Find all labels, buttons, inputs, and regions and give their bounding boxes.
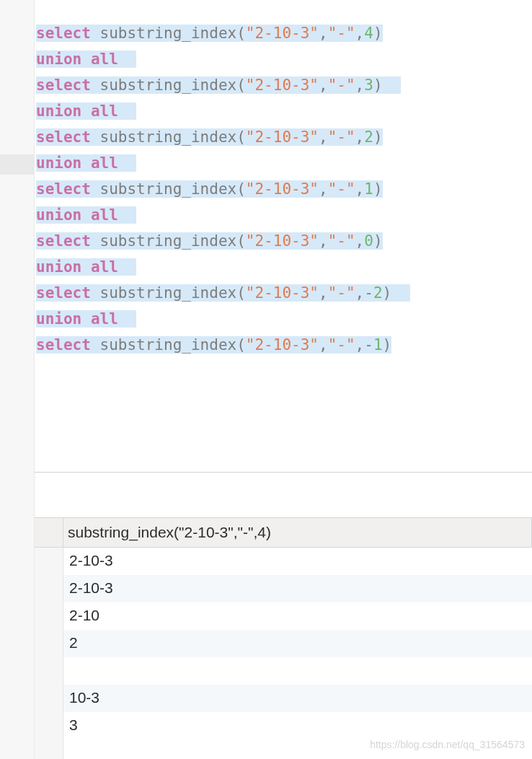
token-str: "-" — [328, 76, 355, 94]
token — [81, 102, 91, 120]
token-fn: substring_index — [100, 336, 237, 354]
code-line[interactable]: select substring_index("2-10-3","-",1) — [36, 176, 532, 202]
token-kw: union — [36, 310, 81, 328]
result-row[interactable]: 2 — [63, 630, 532, 657]
result-row[interactable]: 2-10-3 — [63, 575, 532, 602]
token — [118, 51, 136, 68]
token-paren: ) — [373, 232, 383, 250]
token-kw: union — [36, 206, 81, 224]
token-op: , — [319, 76, 328, 94]
code-line[interactable]: select substring_index("2-10-3","-",4) — [36, 20, 532, 46]
token-paren: ( — [236, 25, 246, 42]
editor-bottom-gap — [35, 358, 532, 472]
token-paren: ( — [236, 336, 246, 354]
results-pane: substring_index("2-10-3","-",4) 2-10-32-… — [35, 517, 532, 759]
code-line[interactable]: union all — [36, 150, 532, 176]
sql-editor[interactable]: select substring_index("2-10-3","-",4)un… — [35, 0, 532, 358]
results-rows: 2-10-32-10-32-10210-33 — [63, 548, 532, 759]
main-pane: select substring_index("2-10-3","-",4)un… — [35, 0, 532, 759]
token-num: 1 — [364, 180, 373, 198]
token-kw: union — [36, 102, 81, 120]
code-line[interactable]: select substring_index("2-10-3","-",-2) — [36, 280, 532, 306]
token-fn: substring_index — [100, 180, 237, 198]
token-fn: substring_index — [100, 232, 237, 250]
token-str: "2-10-3" — [246, 180, 319, 198]
token-op: , — [355, 128, 365, 146]
watermark-text: https://blog.csdn.net/qq_31564573 — [370, 739, 525, 750]
token-op: , — [355, 336, 365, 354]
token-paren: ) — [373, 128, 383, 146]
token — [91, 232, 100, 250]
result-row[interactable] — [63, 657, 532, 685]
result-row[interactable]: 2-10-3 — [63, 548, 532, 575]
token — [91, 180, 100, 198]
token — [383, 76, 401, 94]
code-line[interactable]: union all — [36, 46, 532, 72]
token — [118, 206, 136, 224]
token-paren: ( — [236, 180, 246, 198]
toolbar-gap — [35, 473, 532, 517]
token-str: "-" — [328, 284, 355, 302]
token-str: "-" — [328, 128, 355, 146]
token-op: , — [355, 180, 365, 198]
token-str: "2-10-3" — [246, 284, 319, 302]
token-kw: select — [36, 128, 91, 146]
token-kw: union — [36, 258, 81, 276]
token-kw: all — [91, 310, 118, 328]
token-kw: all — [91, 51, 118, 68]
token-op: , — [355, 284, 365, 302]
token-str: "-" — [328, 336, 355, 354]
token — [118, 154, 136, 172]
token — [91, 128, 100, 146]
app-root: select substring_index("2-10-3","-",4)un… — [0, 0, 532, 759]
token-kw: select — [36, 284, 91, 302]
token-str: "-" — [328, 25, 355, 42]
token-num: 1 — [373, 336, 383, 354]
result-row[interactable]: 2-10 — [63, 602, 532, 630]
result-row[interactable]: 3 — [63, 712, 532, 740]
token-op: , — [355, 25, 365, 42]
token — [81, 310, 91, 328]
code-line[interactable]: union all — [36, 202, 532, 228]
token — [81, 206, 91, 224]
token — [118, 258, 136, 276]
token-str: "-" — [328, 232, 355, 250]
token-paren: ( — [236, 232, 246, 250]
token — [118, 102, 136, 120]
token-kw: union — [36, 154, 81, 172]
code-line[interactable]: select substring_index("2-10-3","-",-1) — [36, 332, 532, 358]
code-line[interactable]: union all — [36, 306, 532, 332]
row-number-header — [35, 518, 63, 547]
token-paren: ( — [236, 284, 246, 302]
token-paren: ( — [236, 128, 246, 146]
token-kw: select — [36, 76, 91, 94]
row-number-col — [35, 548, 63, 759]
token-kw: select — [36, 180, 91, 198]
token-str: "-" — [328, 180, 355, 198]
token-paren: ) — [383, 336, 392, 354]
token-fn: substring_index — [100, 128, 237, 146]
code-line[interactable]: select substring_index("2-10-3","-",3) — [36, 72, 532, 98]
token-op: - — [364, 284, 373, 302]
token-num: 4 — [364, 25, 373, 42]
code-line[interactable]: union all — [36, 98, 532, 124]
token — [81, 51, 91, 68]
token — [91, 25, 100, 42]
token-kw: select — [36, 232, 91, 250]
token-fn: substring_index — [100, 76, 237, 94]
results-header-row: substring_index("2-10-3","-",4) — [35, 517, 532, 548]
token — [91, 76, 100, 94]
gutter-current-line — [0, 154, 34, 175]
token-fn: substring_index — [100, 25, 237, 42]
token-paren: ) — [383, 284, 392, 302]
token-paren: ( — [236, 76, 246, 94]
token-str: "2-10-3" — [246, 336, 319, 354]
code-line[interactable]: union all — [36, 254, 532, 280]
code-line[interactable]: select substring_index("2-10-3","-",0) — [36, 228, 532, 254]
result-row[interactable]: 10-3 — [63, 685, 532, 712]
code-line[interactable]: select substring_index("2-10-3","-",2) — [36, 124, 532, 150]
token-num: 2 — [373, 284, 383, 302]
token-kw: all — [91, 154, 118, 172]
column-header[interactable]: substring_index("2-10-3","-",4) — [63, 518, 532, 547]
token — [91, 336, 100, 354]
